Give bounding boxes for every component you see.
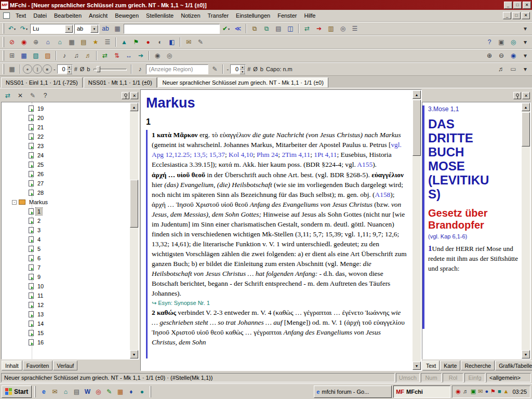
region-button[interactable]: ▭	[508, 64, 519, 74]
scroll-up-button[interactable]: ▲	[522, 103, 530, 111]
pin-button[interactable]	[513, 92, 521, 99]
copy-page-button[interactable]: ⧉	[249, 23, 260, 34]
goto-button[interactable]: ➔	[135, 50, 147, 61]
close-button[interactable]: ✕	[523, 2, 531, 9]
capo-spinner[interactable]: 0▲▼	[230, 64, 246, 74]
quick-launch-mail[interactable]: ✉	[49, 387, 60, 397]
table-button[interactable]: ▦	[66, 37, 77, 47]
tab-verlauf[interactable]: Verlauf	[53, 361, 77, 370]
tray-mail[interactable]: ✉	[478, 388, 483, 395]
tab-karte[interactable]: Karte	[440, 361, 460, 370]
stop-button[interactable]: ⊘	[6, 37, 18, 47]
mdi-close-button[interactable]: ✕	[522, 12, 530, 19]
menu-lines-button[interactable]: ☰	[102, 37, 113, 47]
pause-transport-button[interactable]: ∥	[33, 64, 42, 74]
scroll-up-button[interactable]: ▲	[130, 103, 138, 111]
tray-blue[interactable]: ●	[485, 388, 488, 395]
scroll-down-button[interactable]: ▼	[413, 362, 421, 370]
temple-blue-button[interactable]: ⌂	[42, 37, 54, 47]
binoculars-button[interactable]: ◉	[508, 50, 519, 61]
stop-transport-button[interactable]: ■	[43, 64, 52, 74]
overflow-button[interactable]: ▾	[520, 50, 531, 61]
target-button[interactable]: ◎	[337, 23, 349, 34]
search-mode-combo[interactable]: ab▼	[74, 24, 99, 34]
tree-item-21[interactable]: 21	[5, 123, 128, 132]
swap-button[interactable]: ⇄	[99, 50, 111, 61]
anzeige-region-field[interactable]: (Anzeige Region)	[146, 64, 208, 74]
tray-record[interactable]: ◉	[456, 388, 461, 395]
menu-bearbeiten[interactable]: Bearbeiten	[50, 11, 85, 20]
tree-item-markus[interactable]: -Markus	[5, 197, 128, 207]
zoom-out-button[interactable]: ⊖	[496, 50, 507, 61]
tree-item-23[interactable]: 23	[5, 141, 128, 151]
doc-tab-2[interactable]: Neuer sprachlicher Schlüssel zum griech.…	[158, 77, 328, 88]
quick-launch-sheet[interactable]: ▤	[71, 387, 82, 397]
nav-forward-button[interactable]: ↷▾	[18, 23, 30, 34]
tree-item-3[interactable]: 3	[5, 225, 128, 235]
cross-reference-link[interactable]: Kol 4,10	[229, 151, 253, 158]
bible-combo[interactable]: Lu▼	[30, 24, 74, 34]
tree-item-11[interactable]: 11	[5, 291, 128, 300]
toolbar-grip[interactable]	[3, 23, 4, 34]
tray-alert[interactable]: ▲	[503, 388, 509, 395]
sheet-button[interactable]: ▤	[78, 37, 89, 47]
tree-item-19[interactable]: 19	[5, 104, 128, 113]
columns-button[interactable]: ◫	[285, 23, 296, 34]
quick-launch-word[interactable]: W	[82, 387, 92, 397]
region-grid-button[interactable]: ▦	[6, 64, 18, 74]
notes-button[interactable]: ♫	[71, 50, 82, 61]
scroll-thumb[interactable]	[522, 112, 530, 147]
outline-button[interactable]: ☰	[349, 23, 361, 34]
transpose-spinner[interactable]: 0▲▼	[57, 64, 73, 74]
taskbar-task-mfchi-forum-go-[interactable]: emfchi forum - Go...	[314, 385, 392, 398]
record-transport-button[interactable]: ●	[23, 64, 32, 74]
scroll-thumb[interactable]	[130, 180, 138, 228]
nav-back-button[interactable]: ↶▾	[6, 23, 18, 34]
cross-reference-link[interactable]: Phm 24	[257, 151, 278, 158]
restore-button[interactable]: □	[513, 2, 522, 9]
edit-button[interactable]: ✎	[195, 37, 206, 47]
menu-fenster[interactable]: Fenster	[274, 11, 300, 20]
scroll-thumb[interactable]	[413, 100, 421, 156]
add-button[interactable]: ⊕	[30, 37, 42, 47]
overflow-button[interactable]: ▾	[520, 37, 531, 47]
tree-item-22[interactable]: 22	[5, 132, 128, 141]
panel-button[interactable]: ◧	[166, 37, 178, 47]
synopsis-note[interactable]: ↪Esyn: Synopse Nr. 1	[152, 300, 408, 307]
help-button[interactable]: ?	[39, 90, 51, 101]
tray-flag[interactable]: ⚑	[490, 388, 496, 395]
box-button[interactable]: ▣	[496, 37, 507, 47]
tree-item-5[interactable]: 5	[5, 244, 128, 254]
menu-stellenliste[interactable]: Stellenliste	[142, 11, 177, 20]
star-button[interactable]: ★	[90, 37, 101, 47]
quick-launch-grid[interactable]: ▦	[115, 387, 125, 397]
menu-hilfe[interactable]: Hilfe	[300, 11, 319, 20]
grid-brown-button[interactable]: ▨	[42, 50, 54, 61]
cross-reference-link[interactable]: A158	[375, 191, 391, 198]
panel-close-button[interactable]: ✕	[522, 92, 530, 99]
menu-einstellungen[interactable]: Einstellungen	[232, 11, 274, 20]
scroll-down-button[interactable]: ▼	[130, 350, 138, 358]
word-search-button[interactable]: ab	[100, 23, 111, 34]
menu-notizen[interactable]: Notizen	[177, 11, 204, 20]
tree-item-13[interactable]: 13	[5, 310, 128, 319]
transfer-button[interactable]: ⇄	[2, 90, 14, 101]
menu-ansicht[interactable]: Ansicht	[85, 11, 111, 20]
grid-button[interactable]: ▦	[112, 23, 123, 34]
grid-teal-button[interactable]: ▧	[30, 50, 42, 61]
back-to-list-button[interactable]: ≪	[232, 23, 244, 34]
melody-button[interactable]: ♬	[83, 50, 94, 61]
up-button[interactable]: ▲	[118, 37, 130, 47]
tab-text[interactable]: Text	[422, 361, 440, 370]
tab-grafik-tabelle[interactable]: Grafik/Tabelle	[495, 361, 532, 370]
go-button[interactable]: ✔▾	[220, 23, 232, 34]
sort-button[interactable]: ⇅	[111, 50, 123, 61]
tab-favoriten[interactable]: Favoriten	[23, 361, 53, 370]
quick-launch-ie[interactable]: e	[38, 387, 49, 397]
tray-teal[interactable]: ■	[498, 388, 501, 395]
melody-button[interactable]: ♬	[496, 64, 507, 74]
tab-recherche[interactable]: Recherche	[461, 361, 495, 370]
tree-item-6[interactable]: 6	[5, 254, 128, 263]
tree-item-14[interactable]: 14	[5, 319, 128, 328]
taskbar-task-mfchi[interactable]: MFMFchi	[393, 385, 450, 398]
